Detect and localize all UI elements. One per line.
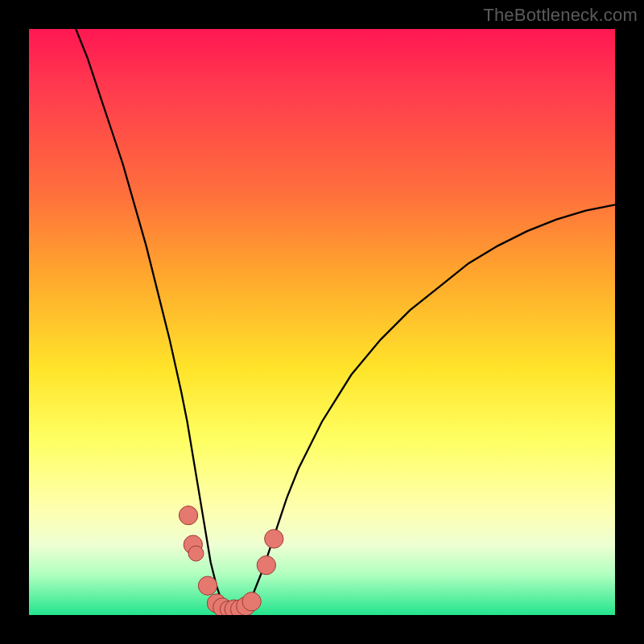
data-marker: [179, 506, 197, 525]
plot-area: [29, 29, 615, 615]
chart-frame: TheBottleneck.com: [0, 0, 644, 644]
watermark-text: TheBottleneck.com: [483, 5, 638, 26]
data-marker: [198, 576, 217, 595]
curve-markers: [179, 506, 283, 615]
bottleneck-curve: [76, 29, 615, 615]
data-marker: [257, 555, 275, 574]
data-marker: [188, 546, 204, 561]
chart-overlay: [29, 29, 615, 615]
data-marker: [242, 592, 261, 611]
data-marker: [265, 530, 283, 548]
